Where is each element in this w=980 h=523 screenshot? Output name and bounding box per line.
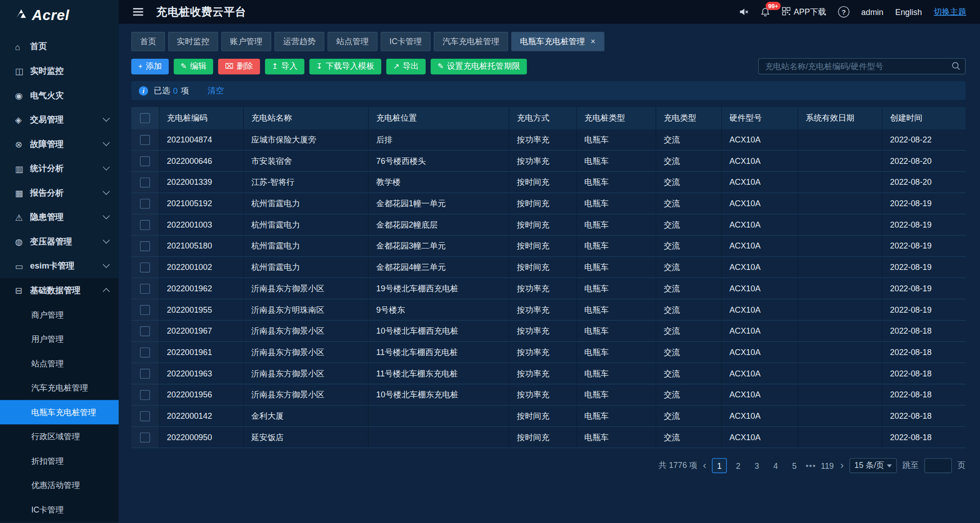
toolbar-button[interactable]: +添加: [131, 58, 168, 74]
brand-logo-icon: [15, 7, 27, 22]
row-checkbox[interactable]: [140, 284, 150, 294]
tab-item[interactable]: 电瓶车充电桩管理×: [511, 32, 604, 51]
tab-item[interactable]: 首页: [131, 32, 165, 51]
sidebar-subitem[interactable]: 用户管理: [0, 327, 119, 351]
language-switch[interactable]: English: [895, 7, 922, 17]
row-select-cell: [131, 193, 159, 213]
cell: 交流: [656, 257, 722, 277]
row-checkbox[interactable]: [140, 135, 150, 145]
row-select-cell: [131, 384, 159, 405]
cell: 按功率充: [509, 278, 577, 299]
row-checkbox[interactable]: [140, 411, 150, 421]
mute-speaker-icon[interactable]: [739, 7, 749, 17]
cell: 沂南县东方明珠南区: [244, 300, 369, 320]
cell: 2022000950: [159, 427, 244, 447]
page-button-1[interactable]: 1: [712, 458, 727, 473]
sidebar-item[interactable]: ◉电气火灾: [0, 83, 119, 108]
tab-item[interactable]: IC卡管理: [381, 32, 431, 51]
cell: [798, 406, 882, 426]
sidebar-item[interactable]: ◈交易管理: [0, 107, 119, 132]
row-checkbox[interactable]: [140, 347, 150, 357]
sidebar-item-label: 报告分析: [30, 187, 64, 198]
help-icon[interactable]: ?: [838, 6, 849, 18]
sidebar-item[interactable]: ⊗故障管理: [0, 132, 119, 157]
page-button-3[interactable]: 3: [749, 458, 764, 473]
cell: 2022-08-18: [883, 363, 966, 384]
row-checkbox[interactable]: [140, 305, 150, 315]
tab-item[interactable]: 账户管理: [221, 32, 271, 51]
tab-label: 运营趋势: [283, 36, 315, 47]
cell: 2022-08-19: [883, 214, 966, 235]
page-size-select[interactable]: 15 条/页: [849, 458, 897, 473]
cell: [798, 172, 882, 193]
row-checkbox[interactable]: [140, 220, 150, 230]
sidebar-subitem[interactable]: 折扣管理: [0, 449, 119, 473]
cell: ACX10A: [722, 363, 798, 384]
column-header: 系统有效日期: [798, 107, 882, 129]
cell: 76号楼西楼头: [369, 151, 509, 171]
sidebar-item[interactable]: ▭esim卡管理: [0, 254, 119, 278]
jump-page-input[interactable]: [924, 458, 952, 473]
tab-item[interactable]: 汽车充电桩管理: [434, 32, 508, 51]
cell: ACX10A: [722, 384, 798, 405]
sidebar-subitem[interactable]: 汽车充电桩管理: [0, 376, 119, 400]
search-icon[interactable]: [951, 61, 961, 73]
sidebar-item[interactable]: ⌂首页: [0, 35, 119, 59]
prev-page-button[interactable]: ‹: [703, 461, 706, 471]
close-icon[interactable]: ×: [591, 37, 595, 46]
tab-label: 电瓶车充电桩管理: [520, 36, 585, 47]
cell: 2022-08-19: [883, 278, 966, 299]
sidebar-item[interactable]: ⚠隐患管理: [0, 205, 119, 229]
page-button-119[interactable]: 119: [820, 458, 835, 473]
sidebar-subitem[interactable]: 电瓶车充电桩管理: [0, 400, 119, 425]
cell: ACX10A: [722, 214, 798, 235]
page-button-4[interactable]: 4: [768, 458, 783, 473]
row-checkbox[interactable]: [140, 177, 150, 187]
username[interactable]: admin: [861, 7, 884, 17]
page-button-2[interactable]: 2: [731, 458, 746, 473]
sidebar-subitem[interactable]: 站点管理: [0, 351, 119, 376]
select-all-checkbox[interactable]: [140, 113, 150, 123]
sidebar-subitem[interactable]: 商户管理: [0, 303, 119, 327]
sidebar-subitem[interactable]: 行政区域管理: [0, 424, 119, 449]
row-checkbox[interactable]: [140, 368, 150, 378]
app-download-link[interactable]: APP下载: [782, 6, 827, 18]
row-checkbox[interactable]: [140, 241, 150, 251]
cell: 2022-08-19: [883, 193, 966, 213]
row-checkbox[interactable]: [140, 390, 150, 400]
tab-item[interactable]: 运营趋势: [274, 32, 325, 51]
row-checkbox[interactable]: [140, 156, 150, 166]
sidebar-item[interactable]: ◫实时监控: [0, 59, 119, 83]
search-input[interactable]: [758, 58, 966, 75]
row-select-cell: [131, 278, 159, 299]
notifications-bell-icon[interactable]: 99+: [761, 7, 770, 17]
button-label: 导出: [402, 61, 419, 72]
toolbar-button[interactable]: ↗导出: [386, 58, 426, 74]
tab-item[interactable]: 站点管理: [327, 32, 377, 51]
toolbar-button[interactable]: ↥导入: [265, 58, 305, 74]
sidebar-subitem[interactable]: IC卡管理: [0, 498, 119, 522]
sidebar-item[interactable]: ▥统计分析: [0, 156, 119, 181]
clear-selection-link[interactable]: 清空: [208, 85, 224, 96]
row-checkbox[interactable]: [140, 198, 150, 208]
theme-switch-link[interactable]: 切换主题: [934, 6, 966, 18]
cell: [369, 406, 509, 426]
next-page-button[interactable]: ›: [840, 461, 843, 471]
toolbar-button[interactable]: ↧下载导入模板: [310, 58, 381, 74]
menu-collapse-icon[interactable]: [132, 7, 144, 16]
sidebar-item-label: 首页: [30, 41, 47, 52]
tab-item[interactable]: 实时监控: [168, 32, 218, 51]
row-checkbox[interactable]: [140, 432, 150, 442]
toolbar-button[interactable]: ⌧删除: [218, 58, 260, 74]
row-checkbox[interactable]: [140, 262, 150, 272]
page-button-5[interactable]: 5: [787, 458, 802, 473]
sidebar-item[interactable]: ◍变压器管理: [0, 229, 119, 254]
cell: 交流: [656, 384, 722, 405]
sidebar-item[interactable]: ⊟基础数据管理: [0, 278, 119, 303]
select-all-cell: [131, 107, 159, 129]
sidebar-item[interactable]: ▦报告分析: [0, 181, 119, 205]
sidebar-subitem[interactable]: 优惠活动管理: [0, 473, 119, 498]
toolbar-button[interactable]: ✎设置充电桩托管期限: [431, 58, 527, 74]
row-checkbox[interactable]: [140, 326, 150, 336]
toolbar-button[interactable]: ✎编辑: [174, 58, 213, 74]
